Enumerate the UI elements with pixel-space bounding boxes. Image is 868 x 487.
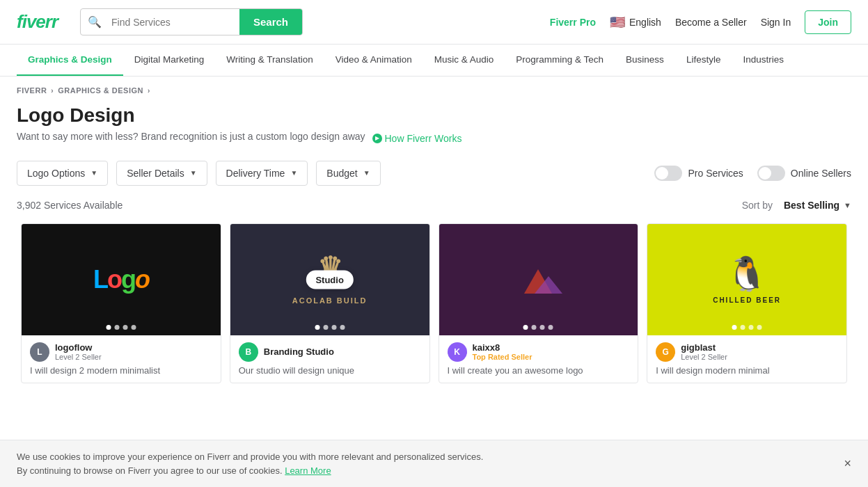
kaixx-graphic	[510, 255, 566, 304]
seller-row-3: K kaixx8 Top Rated Seller	[448, 342, 630, 362]
service-card-4[interactable]: 🐧 CHILLED BEER G gigblast Level 2 Seller…	[647, 223, 847, 383]
dot	[340, 325, 345, 330]
logo-options-chevron-icon: ▼	[90, 169, 97, 177]
card-desc-2: Our studio will design unique	[239, 365, 421, 377]
avatar-1: L	[30, 342, 49, 362]
studio-badge: Studio	[306, 270, 353, 289]
header: fiverr 🔍 Search Fiverr Pro 🇺🇸 English Be…	[0, 0, 868, 45]
category-nav: Graphics & Design Digital Marketing Writ…	[0, 45, 868, 77]
card-dots-4	[732, 325, 762, 330]
logo-options-filter[interactable]: Logo Options ▼	[17, 161, 108, 186]
card-desc-4: I will design modern minimal	[656, 365, 838, 377]
dot	[114, 325, 119, 330]
pro-services-toggle-wrap: Pro Services	[654, 166, 743, 181]
cat-music-audio[interactable]: Music & Audio	[423, 45, 505, 76]
cat-digital-marketing[interactable]: Digital Marketing	[123, 45, 216, 76]
sign-in-link[interactable]: Sign In	[761, 17, 791, 28]
dot	[549, 325, 553, 330]
seller-name-3: kaixx8	[473, 342, 532, 353]
service-card-2[interactable]: ♛ ACOLAB BUILD Studio B Branding Studio …	[230, 223, 430, 383]
dot	[131, 325, 136, 330]
seller-info-2: Branding Studio	[264, 346, 334, 357]
card-body-4: G gigblast Level 2 Seller I will design …	[647, 335, 846, 383]
seller-name-2: Branding Studio	[264, 346, 334, 357]
dot	[732, 325, 737, 330]
online-sellers-toggle-wrap: Online Sellers	[757, 166, 851, 181]
pro-services-label: Pro Services	[688, 168, 743, 179]
cat-writing-translation[interactable]: Writing & Translation	[215, 45, 324, 76]
cat-business[interactable]: Business	[615, 45, 675, 76]
language-selector[interactable]: 🇺🇸 English	[610, 15, 661, 30]
breadcrumb-graphics-design[interactable]: GRAPHICS & DESIGN	[58, 86, 143, 95]
sort-label: Sort by	[742, 200, 773, 211]
sort-value: Best Selling	[784, 200, 839, 211]
breadcrumb-sep-2: ›	[148, 87, 150, 95]
card-body-1: L logoflow Level 2 Seller I will design …	[22, 335, 221, 383]
service-card-1[interactable]: Logo L logoflow Level 2 Seller I will de…	[21, 223, 221, 383]
penguin-icon: 🐧	[713, 255, 781, 294]
card-image-3	[439, 224, 638, 335]
dot	[331, 325, 336, 330]
cat-video-animation[interactable]: Video & Animation	[324, 45, 423, 76]
dot	[123, 325, 127, 330]
cat-programming-tech[interactable]: Programming & Tech	[505, 45, 615, 76]
search-input[interactable]	[109, 10, 239, 35]
delivery-time-filter[interactable]: Delivery Time ▼	[216, 161, 308, 186]
card-dots-1	[106, 325, 136, 330]
seller-level-1: Level 2 Seller	[55, 353, 102, 361]
logo-flow-graphic: Logo	[93, 265, 149, 294]
logo-options-label: Logo Options	[27, 168, 85, 179]
seller-info-1: logoflow Level 2 Seller	[55, 342, 102, 361]
search-bar: 🔍 Search	[80, 8, 303, 35]
dot	[523, 325, 528, 330]
fiverr-pro-link[interactable]: Fiverr Pro	[550, 17, 596, 28]
how-fiverr-works-link[interactable]: ▶ How Fiverr Works	[372, 133, 462, 144]
seller-details-filter[interactable]: Seller Details ▼	[116, 161, 207, 186]
cat-industries[interactable]: Industries	[732, 45, 795, 76]
card-body-2: B Branding Studio Our studio will design…	[230, 335, 429, 383]
card-image-2: ♛ ACOLAB BUILD Studio	[230, 224, 429, 335]
page-title-section: Logo Design Want to say more with less? …	[0, 97, 868, 154]
page-subtitle: Want to say more with less? Brand recogn…	[17, 131, 851, 144]
service-card-3[interactable]: K kaixx8 Top Rated Seller I will create …	[439, 223, 639, 383]
seller-row-2: B Branding Studio	[239, 342, 421, 362]
search-button[interactable]: Search	[239, 9, 302, 35]
breadcrumb-sep-1: ›	[51, 87, 54, 95]
cat-graphics-design[interactable]: Graphics & Design	[17, 45, 123, 76]
become-seller-link[interactable]: Become a Seller	[675, 17, 747, 28]
budget-chevron-icon: ▼	[363, 169, 370, 177]
card-body-3: K kaixx8 Top Rated Seller I will create …	[439, 335, 638, 383]
seller-info-3: kaixx8 Top Rated Seller	[473, 342, 532, 361]
top-rated-badge: Top Rated Seller	[473, 353, 532, 361]
dot	[757, 325, 762, 330]
header-nav: Fiverr Pro 🇺🇸 English Become a Seller Si…	[550, 10, 851, 34]
results-count: 3,902 Services Available	[17, 200, 123, 211]
avatar-2: B	[239, 342, 258, 362]
breadcrumb-fiverr[interactable]: FIVERR	[17, 86, 47, 95]
cards-grid: Logo L logoflow Level 2 Seller I will de…	[0, 219, 868, 388]
delivery-time-label: Delivery Time	[226, 168, 285, 179]
seller-details-label: Seller Details	[127, 168, 184, 179]
seller-level-4: Level 2 Seller	[681, 353, 727, 361]
filters-bar: Logo Options ▼ Seller Details ▼ Delivery…	[0, 154, 868, 195]
delivery-time-chevron-icon: ▼	[290, 169, 297, 177]
toggles-wrap: Pro Services Online Sellers	[654, 166, 851, 181]
join-button[interactable]: Join	[805, 10, 851, 34]
sort-dropdown[interactable]: Sort by Best Selling ▼	[742, 200, 851, 211]
card-image-4: 🐧 CHILLED BEER	[647, 224, 846, 335]
dot	[106, 325, 111, 330]
avatar-4: G	[656, 342, 675, 362]
fiverr-logo[interactable]: fiverr	[17, 11, 58, 33]
pro-services-toggle[interactable]	[654, 166, 682, 181]
cat-lifestyle[interactable]: Lifestyle	[675, 45, 732, 76]
dot	[532, 325, 537, 330]
budget-filter[interactable]: Budget ▼	[316, 161, 380, 186]
online-sellers-toggle[interactable]	[757, 166, 785, 181]
results-bar: 3,902 Services Available Sort by Best Se…	[0, 195, 868, 219]
sort-chevron-icon: ▼	[844, 201, 851, 209]
seller-name-1: logoflow	[55, 342, 102, 353]
seller-info-4: gigblast Level 2 Seller	[681, 342, 727, 361]
card-dots-3	[523, 325, 553, 330]
play-icon: ▶	[372, 134, 382, 143]
flag-icon: 🇺🇸	[610, 15, 625, 30]
